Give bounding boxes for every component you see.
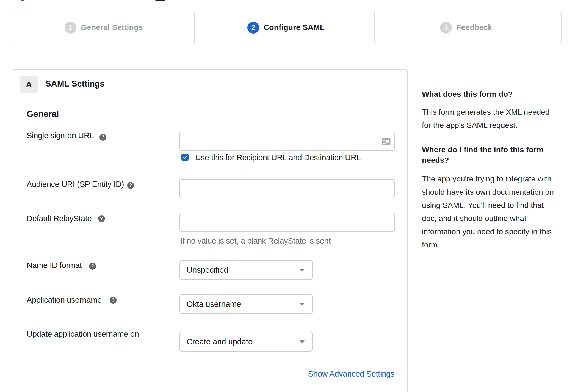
relaystate-hint: If no value is set, a blank RelayState i… — [180, 236, 331, 245]
audience-uri-help-icon[interactable]: ? — [127, 182, 134, 189]
saml-settings-card: A SAML Settings General Single sign-on U… — [13, 69, 408, 392]
audience-uri-input[interactable] — [179, 179, 395, 198]
card-title: SAML Settings — [45, 75, 105, 92]
dropdown-arrow-icon — [300, 303, 305, 306]
update-application-username-select[interactable]: Create and update — [179, 332, 313, 352]
help-paragraph-2: The app you're trying to integrate with … — [422, 172, 554, 252]
page-title-fragment-dark — [155, 0, 165, 1]
show-advanced-settings-link[interactable]: Show Advanced Settings — [308, 369, 394, 379]
name-id-format-label: Name ID format — [27, 261, 82, 270]
application-username-help-icon[interactable]: ? — [110, 297, 117, 304]
general-section-heading: General — [27, 109, 59, 119]
application-username-value: Okta username — [187, 300, 241, 309]
step-feedback[interactable]: 3 Feedback — [375, 12, 561, 43]
configure-saml-page: 1 General Settings 2 Configure SAML 3 Fe… — [0, 0, 575, 392]
step-2-circle: 2 — [247, 22, 259, 34]
application-username-label: Application username — [27, 296, 102, 305]
help-heading-1: What does this form do? — [422, 89, 513, 100]
name-id-format-help-icon[interactable]: ? — [89, 263, 96, 270]
name-id-format-value: Unspecified — [187, 266, 228, 275]
page-title-fragment-blue — [21, 0, 24, 1]
name-id-format-select[interactable]: Unspecified — [179, 260, 313, 280]
step-3-circle: 3 — [440, 22, 452, 34]
sso-url-help-icon[interactable]: ? — [99, 134, 106, 141]
default-relaystate-input[interactable] — [179, 213, 395, 232]
step-1-label: General Settings — [81, 23, 143, 32]
audience-uri-label: Audience URI (SP Entity ID) — [27, 180, 124, 189]
step-general-settings[interactable]: 1 General Settings — [13, 12, 194, 43]
section-a-badge: A — [20, 76, 38, 93]
step-3-label: Feedback — [456, 23, 492, 32]
step-2-label: Configure SAML — [264, 23, 325, 32]
sso-url-label: Single sign-on URL — [27, 131, 94, 140]
update-application-username-value: Create and update — [187, 337, 253, 346]
help-paragraph-1: This form generates the XML needed for t… — [422, 106, 550, 132]
dropdown-arrow-icon — [300, 340, 305, 344]
checkmark-icon — [183, 155, 187, 159]
recipient-url-checkbox[interactable] — [181, 154, 189, 161]
application-username-select[interactable]: Okta username — [179, 294, 313, 314]
wizard-step-bar: 1 General Settings 2 Configure SAML 3 Fe… — [13, 12, 562, 43]
help-heading-2: Where do I find the info this form needs… — [422, 145, 543, 165]
default-relaystate-label: Default RelayState — [27, 214, 92, 223]
update-application-username-label: Update application username on — [27, 330, 139, 339]
step-1-circle: 1 — [65, 22, 76, 34]
insert-variable-card-icon[interactable] — [382, 138, 391, 145]
dropdown-arrow-icon — [300, 269, 305, 272]
step-configure-saml[interactable]: 2 Configure SAML — [194, 12, 375, 43]
default-relaystate-help-icon[interactable]: ? — [98, 215, 105, 222]
sso-url-input[interactable] — [179, 132, 395, 151]
recipient-url-checkbox-label[interactable]: Use this for Recipient URL and Destinati… — [195, 153, 361, 162]
